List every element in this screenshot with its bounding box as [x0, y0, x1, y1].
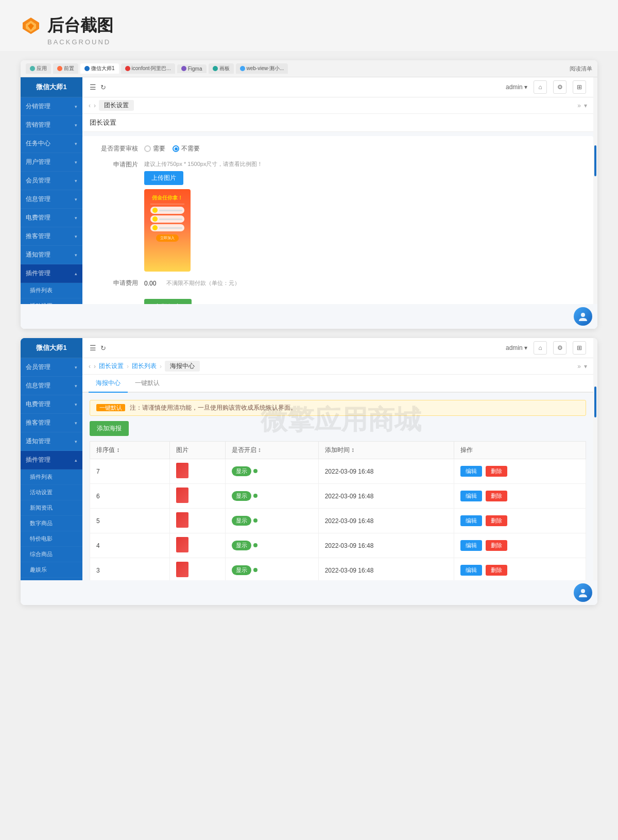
- nav-back-2[interactable]: ‹: [89, 363, 91, 370]
- home-btn-2[interactable]: ⌂: [534, 341, 547, 355]
- scrollbar-thumb-2[interactable]: [594, 387, 596, 417]
- sidebar-sub-plugin-list[interactable]: 插件列表: [21, 283, 82, 298]
- sidebar2-sub-movie[interactable]: 特价电影: [21, 531, 82, 547]
- radio-no[interactable]: 不需要: [173, 144, 200, 153]
- row-actions: 编辑 删除: [454, 509, 586, 533]
- browser-tab-figma[interactable]: Figma: [177, 64, 207, 73]
- sidebar-item-plugin[interactable]: 插件管理 ▴: [21, 264, 82, 283]
- status-dot: [253, 518, 258, 523]
- sidebar2-sub-food[interactable]: 在线点餐: [21, 578, 82, 580]
- screenshot-1: 应用 前置 微信大师1 iconfont·阿里巴... Figma 画板: [21, 60, 597, 329]
- sidebar-label: 分销管理: [26, 102, 50, 111]
- breadcrumb-group-list[interactable]: 团长列表: [132, 362, 157, 371]
- table-row: 4 显示 2022-03-09 16:48 编辑 删除: [90, 533, 586, 558]
- delete-btn[interactable]: 删除: [486, 540, 507, 551]
- refresh-icon-2[interactable]: ↻: [100, 344, 106, 352]
- browser-tab-front[interactable]: 前置: [53, 63, 78, 74]
- collapse-icon-2[interactable]: »: [577, 363, 581, 370]
- edit-btn[interactable]: 编辑: [460, 565, 482, 576]
- upload-image-btn[interactable]: 上传图片: [144, 171, 183, 185]
- submit-btn[interactable]: 立即提交: [144, 299, 192, 304]
- sidebar2-sub-digital[interactable]: 数字商品: [21, 516, 82, 531]
- sidebar-item-electric[interactable]: 电费管理 ▾: [21, 209, 82, 227]
- grid-btn[interactable]: ⊞: [573, 80, 586, 94]
- radio-yes[interactable]: 需要: [144, 144, 165, 153]
- sidebar-item-notify[interactable]: 通知管理 ▾: [21, 246, 82, 264]
- browser-tab-board[interactable]: 画板: [209, 63, 234, 74]
- sidebar2-item-plugin[interactable]: 插件管理 ▴: [21, 451, 82, 469]
- settings-btn[interactable]: ⚙: [553, 80, 566, 94]
- refresh-icon[interactable]: ↻: [100, 83, 106, 91]
- sidebar2-sub-plugin-list[interactable]: 插件列表: [21, 469, 82, 485]
- browser-tab-active[interactable]: 微信大师1: [80, 63, 119, 74]
- home-btn[interactable]: ⌂: [534, 80, 547, 94]
- breadcrumb-group-settings[interactable]: 团长设置: [99, 362, 124, 371]
- col-status[interactable]: 是否开启 ↕: [225, 442, 318, 459]
- sidebar2-item-push[interactable]: 推客管理 ▾: [21, 414, 82, 432]
- sidebar-item-user[interactable]: 用户管理 ▾: [21, 153, 82, 172]
- screenshot-2: 微信大师1 会员管理 ▾ 信息管理 ▾ 电费管理 ▾ 推客管理 ▾ 通知管理 ▾: [21, 338, 597, 605]
- sidebar-item-member[interactable]: 会员管理 ▾: [21, 172, 82, 190]
- scrollbar-thumb-1[interactable]: [594, 145, 596, 176]
- add-poster-btn[interactable]: 添加海报: [90, 421, 129, 436]
- chevron-icon: ▾: [75, 365, 77, 370]
- col-image[interactable]: 图片: [169, 442, 225, 459]
- sep-1: ›: [127, 363, 129, 370]
- sidebar2-sub-news[interactable]: 新闻资讯: [21, 500, 82, 516]
- reading-list-btn[interactable]: 阅读清单: [570, 65, 592, 73]
- row-status: 显示: [225, 509, 318, 533]
- edit-btn[interactable]: 编辑: [460, 466, 482, 477]
- collapse-icon[interactable]: »: [577, 102, 581, 109]
- chevron-icon: ▾: [75, 123, 77, 128]
- nav-forward-2[interactable]: ›: [94, 363, 96, 370]
- sidebar2-sub-activity[interactable]: 活动设置: [21, 485, 82, 500]
- sidebar-item-info[interactable]: 信息管理 ▾: [21, 190, 82, 209]
- nav-forward[interactable]: ›: [94, 102, 96, 109]
- sidebar-item-marketing[interactable]: 营销管理 ▾: [21, 116, 82, 135]
- edit-btn[interactable]: 编辑: [460, 491, 482, 501]
- browser-tab-iconfont[interactable]: iconfont·阿里巴...: [121, 63, 175, 74]
- settings-btn-2[interactable]: ⚙: [553, 341, 566, 355]
- sidebar2-sub-composite[interactable]: 综合商品: [21, 547, 82, 562]
- sidebar-item-push[interactable]: 推客管理 ▾: [21, 227, 82, 246]
- col-time[interactable]: 添加时间 ↕: [318, 442, 454, 459]
- admin-user[interactable]: admin ▾: [506, 83, 527, 91]
- avatar-2[interactable]: [574, 583, 592, 602]
- tab-poster-center[interactable]: 海报中心: [89, 375, 128, 393]
- upload-hint: 建议上传750px * 1500px尺寸，请查看比例图！: [144, 160, 263, 168]
- row-time: 2022-03-09 16:48: [318, 533, 454, 558]
- sidebar-sub-activity[interactable]: 活动设置: [21, 298, 82, 304]
- expand-icon-2[interactable]: ▾: [584, 363, 587, 370]
- sidebar2-item-info[interactable]: 信息管理 ▾: [21, 377, 82, 395]
- fee-value: 0.00: [144, 280, 156, 287]
- image-preview-container: 佣金任你拿！: [144, 189, 263, 272]
- avatar-1[interactable]: [574, 307, 592, 326]
- topbar-left-1: ☰ ↻: [90, 83, 106, 91]
- menu-toggle-icon[interactable]: ☰: [90, 83, 96, 91]
- delete-btn[interactable]: 删除: [486, 565, 507, 576]
- grid-btn-2[interactable]: ⊞: [573, 341, 586, 355]
- admin-user-2[interactable]: admin ▾: [506, 344, 527, 351]
- edit-btn[interactable]: 编辑: [460, 540, 482, 551]
- delete-btn[interactable]: 删除: [486, 491, 507, 501]
- edit-btn[interactable]: 编辑: [460, 515, 482, 526]
- browser-tab-apps[interactable]: 应用: [26, 63, 51, 74]
- delete-btn[interactable]: 删除: [486, 515, 507, 526]
- tab-one-click-default[interactable]: 一键默认: [128, 375, 167, 393]
- sidebar-item-distribution[interactable]: 分销管理 ▾: [21, 97, 82, 116]
- nav-back[interactable]: ‹: [89, 102, 91, 109]
- col-order[interactable]: 排序值 ↕: [90, 442, 170, 459]
- avatar-row-2: [21, 580, 597, 605]
- sidebar-label: 插件管理: [26, 269, 50, 278]
- topbar-2: ☰ ↻ admin ▾ ⌂ ⚙ ⊞: [82, 338, 593, 358]
- menu-toggle-icon-2[interactable]: ☰: [90, 344, 96, 352]
- expand-icon[interactable]: ▾: [584, 102, 587, 109]
- browser-tab-webview[interactable]: web-view·测小...: [236, 63, 288, 74]
- row-actions: 编辑 删除: [454, 533, 586, 558]
- sidebar-item-task[interactable]: 任务中心 ▾: [21, 135, 82, 153]
- sidebar2-item-notify[interactable]: 通知管理 ▾: [21, 432, 82, 451]
- sidebar2-item-electric[interactable]: 电费管理 ▾: [21, 395, 82, 414]
- sidebar2-item-member[interactable]: 会员管理 ▾: [21, 358, 82, 377]
- delete-btn[interactable]: 删除: [486, 466, 507, 477]
- sidebar2-sub-entertainment[interactable]: 趣娱乐: [21, 562, 82, 578]
